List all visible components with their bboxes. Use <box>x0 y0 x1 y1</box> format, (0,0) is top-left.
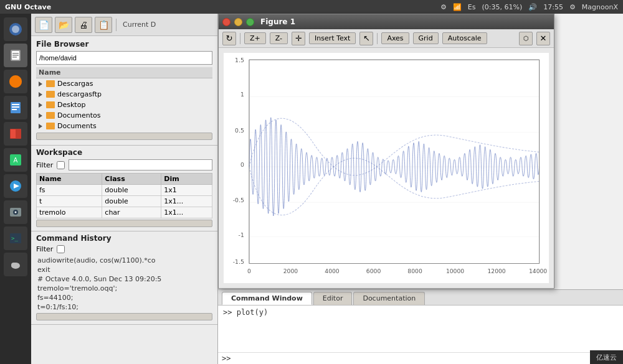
table-row[interactable]: t double 1x1... <box>37 196 212 207</box>
cmd-input[interactable] <box>233 354 619 363</box>
list-item[interactable]: tremolo='tremolo.oqq'; <box>36 284 212 293</box>
zoom-minus-button[interactable]: Z- <box>270 32 288 44</box>
topbar-left: GNU Octave <box>5 3 51 11</box>
workspace-filter-input[interactable] <box>69 159 212 170</box>
sidebar-icon-firefox[interactable] <box>4 70 27 93</box>
workspace-filter-label: Filter <box>36 161 53 169</box>
svg-text:0: 0 <box>247 268 251 274</box>
grid-button[interactable]: Grid <box>413 32 439 44</box>
app-title: GNU Octave <box>5 3 51 11</box>
wifi-icon: 📶 <box>453 3 462 11</box>
svg-rect-10 <box>12 106 19 108</box>
svg-text:A: A <box>14 157 18 164</box>
svg-text:8000: 8000 <box>407 268 422 274</box>
autoscale-button[interactable]: Autoscale <box>442 32 487 44</box>
file-name: Descargas <box>57 80 93 88</box>
sidebar-icon-terminal[interactable]: >_ <box>4 226 27 250</box>
list-item[interactable]: exit <box>36 265 212 274</box>
svg-rect-6 <box>12 57 17 58</box>
svg-point-21 <box>15 212 17 213</box>
workspace-filter-checkbox[interactable] <box>57 161 65 169</box>
open-button[interactable]: 📂 <box>55 17 72 33</box>
svg-rect-14 <box>16 129 21 138</box>
toolbar-separator <box>116 19 117 31</box>
print-button[interactable]: 🖨 <box>75 17 92 33</box>
right-panel: Figure 1 ↻ Z+ Z- ✛ Insert Text ↖ Axes Gr… <box>218 14 623 364</box>
path-input[interactable] <box>36 51 212 65</box>
topbar: GNU Octave ⚙ 📶 Es (0:35, 61%) 🔊 17:55 ⚙ … <box>0 0 623 14</box>
history-filter-checkbox[interactable] <box>57 245 65 253</box>
table-row[interactable]: tremolo char 1x1... <box>37 207 212 218</box>
sidebar-icon-app1[interactable]: A <box>4 148 27 172</box>
svg-text:1: 1 <box>240 91 244 98</box>
tab-documentation[interactable]: Documentation <box>353 292 425 305</box>
figure-titlebar: Figure 1 <box>219 14 554 29</box>
svg-text:12000: 12000 <box>487 268 505 274</box>
status-bar: 亿速云 <box>590 350 623 364</box>
sidebar-icon-media[interactable] <box>4 174 27 198</box>
cmd-history-line: >> plot(y) <box>223 308 268 317</box>
axes-button[interactable]: Axes <box>381 32 409 44</box>
workspace-section: Workspace Filter Name Class Dim fs <box>31 146 217 231</box>
svg-text:4000: 4000 <box>325 268 340 274</box>
svg-text:2000: 2000 <box>283 268 298 274</box>
sidebar-icon-doc[interactable] <box>4 96 27 119</box>
file-name: Documents <box>57 122 97 130</box>
var-name: fs <box>37 185 102 196</box>
select-button[interactable]: ↖ <box>359 32 373 45</box>
list-item[interactable]: fs=44100; <box>36 293 212 302</box>
file-list-header: Name <box>36 67 212 78</box>
window-maximize-button[interactable] <box>246 18 254 26</box>
sidebar-icon-files[interactable] <box>4 44 27 67</box>
rotate-button[interactable]: ↻ <box>222 32 236 45</box>
insert-text-button[interactable]: Insert Text <box>309 32 356 44</box>
window-minimize-button[interactable] <box>234 18 242 26</box>
list-item[interactable]: Documentos <box>36 110 212 121</box>
workspace-title: Workspace <box>36 148 212 157</box>
list-item[interactable]: Documents <box>36 121 212 131</box>
svg-rect-4 <box>12 53 19 54</box>
window-close-button[interactable] <box>222 18 231 26</box>
workspace-filter-row: Filter <box>36 159 212 170</box>
list-item[interactable]: Descargas <box>36 78 212 89</box>
folder-icon <box>46 112 55 119</box>
plot-area: 1.5 1 0.5 0 -0.5 -1 -1.5 0 2000 4000 600… <box>224 53 549 283</box>
settings-icon[interactable]: ⚙ <box>440 3 447 11</box>
file-browser-scrollbar[interactable] <box>36 133 212 140</box>
list-item[interactable]: audiowrite(audio, cos(w/1100).*co <box>36 256 212 265</box>
tab-editor[interactable]: Editor <box>313 292 353 305</box>
sidebar-icon-hd[interactable] <box>4 200 27 224</box>
tab-command-window[interactable]: Command Window <box>222 292 312 305</box>
zoom-plus-button[interactable]: Z+ <box>244 32 266 44</box>
svg-rect-5 <box>12 55 19 56</box>
copy-button[interactable]: 📋 <box>95 17 112 33</box>
file-name: Desktop <box>57 101 85 109</box>
list-item[interactable]: # Octave 4.0.0, Sun Dec 13 09:20:5 <box>36 274 212 284</box>
history-scrollbar[interactable] <box>36 313 212 320</box>
close-button[interactable]: ✕ <box>536 32 550 45</box>
move-button[interactable]: ✛ <box>292 32 305 45</box>
list-item[interactable]: t=0:1/fs:10; <box>36 302 212 312</box>
new-button[interactable]: 📄 <box>35 17 52 33</box>
list-item[interactable]: descargasftp <box>36 89 212 100</box>
var-class: double <box>102 185 161 196</box>
workspace-scrollbar[interactable] <box>36 220 212 227</box>
svg-text:0.5: 0.5 <box>235 127 244 134</box>
svg-rect-13 <box>11 129 16 138</box>
sidebar-icon-book[interactable] <box>4 122 27 146</box>
folder-icon <box>46 80 55 87</box>
list-item[interactable]: Desktop <box>36 100 212 110</box>
svg-text:10000: 10000 <box>446 268 464 274</box>
var-class: char <box>102 207 161 218</box>
undock-button[interactable]: ⬡ <box>519 32 533 45</box>
sidebar-icon-octave[interactable] <box>4 17 27 41</box>
table-row[interactable]: fs double 1x1 <box>37 185 212 196</box>
history-filter-row: Filter <box>36 245 212 253</box>
svg-rect-11 <box>12 109 17 110</box>
var-name: t <box>37 196 102 207</box>
toolbar-sep <box>240 33 240 44</box>
svg-text:-1: -1 <box>239 231 244 238</box>
brand-icon[interactable]: ⚙ <box>569 3 576 11</box>
var-name: tremolo <box>37 207 102 218</box>
sidebar-icon-cloud[interactable] <box>4 253 27 276</box>
